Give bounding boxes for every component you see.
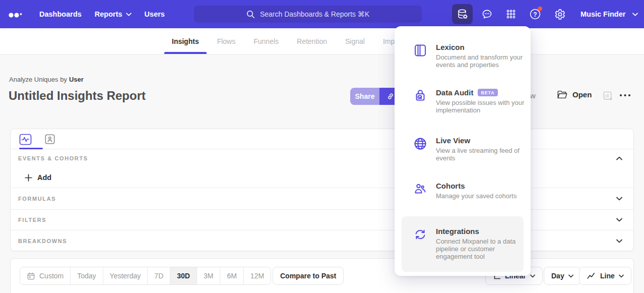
menu-item-cohorts[interactable]: Cohorts Manage your saved cohorts [395, 182, 531, 200]
notification-dot [538, 7, 542, 11]
nav-item-label: Users [145, 10, 165, 18]
board-plus-icon [603, 91, 613, 101]
cohorts-icon [413, 182, 427, 196]
menu-item-lexicon[interactable]: Lexicon Document and transform your even… [395, 43, 531, 69]
lexicon-book-icon [413, 43, 427, 57]
chevron-down-icon[interactable] [616, 239, 622, 243]
chevron-down-icon [619, 274, 624, 278]
menu-item-title: Live View [436, 136, 470, 145]
database-gear-icon [457, 8, 469, 20]
chevron-down-icon[interactable] [616, 197, 622, 201]
report-tabbar: Insights Flows Funnels Retention Signal … [0, 28, 644, 54]
open-report-button[interactable]: Open [557, 90, 592, 99]
project-selector[interactable]: Music Finder [581, 0, 638, 28]
nav-item-dashboards[interactable]: Dashboards [39, 10, 82, 18]
tab-signal[interactable]: Signal [345, 28, 365, 54]
menu-item-title: Data Audit [436, 88, 473, 97]
section-breakdowns[interactable]: BREAKDOWNS [11, 230, 633, 252]
chart-type-label: Line [600, 272, 615, 280]
chevron-down-icon [568, 274, 573, 278]
calendar-icon [27, 272, 35, 280]
range-label: Custom [39, 272, 63, 280]
date-range-control: Custom Today Yesterday 7D 30D 3M 6M 12M [20, 267, 271, 285]
chat-bubble-icon [481, 8, 493, 21]
add-to-dashboard-button[interactable] [603, 91, 613, 101]
menu-item-description: View a live streaming feed of events [436, 147, 525, 162]
search-placeholder: Search Dashboards & Reports ⌘K [260, 10, 369, 18]
range-12m[interactable]: 12M [243, 267, 271, 284]
chevron-down-icon [126, 13, 132, 16]
add-event-button[interactable]: Add [25, 167, 51, 188]
project-name: Music Finder [581, 10, 625, 18]
search-icon [246, 10, 255, 19]
range-7d[interactable]: 7D [147, 267, 170, 284]
data-management-flyout: Lexicon Document and transform your even… [395, 26, 531, 276]
pulse-chart-icon [19, 134, 32, 145]
nav-item-label: Reports [95, 10, 122, 18]
range-30d-selected[interactable]: 30D [170, 267, 197, 284]
menu-item-description: Connect Mixpanel to a data pipeline or c… [436, 238, 525, 260]
svg-text:?: ? [533, 11, 537, 18]
nav-item-users[interactable]: Users [145, 10, 165, 18]
mixpanel-logo[interactable] [8, 9, 26, 20]
chart-type-dropdown[interactable]: Line [579, 267, 631, 285]
section-label: BREAKDOWNS [18, 238, 67, 244]
range-custom[interactable]: Custom [20, 267, 70, 284]
section-formulas[interactable]: FORMULAS [11, 188, 633, 209]
gear-icon [553, 8, 566, 21]
compare-to-past-button[interactable]: Compare to Past [273, 267, 344, 285]
chevron-up-icon[interactable] [616, 156, 622, 160]
top-navigation-bar: Dashboards Reports Users Search Dashboar… [0, 0, 644, 28]
range-3m[interactable]: 3M [197, 267, 220, 284]
menu-item-title: Cohorts [436, 182, 465, 190]
apps-grid-button[interactable] [503, 6, 519, 22]
plus-icon [25, 174, 32, 182]
line-chart-icon [587, 272, 596, 280]
folder-icon [557, 90, 568, 99]
range-today[interactable]: Today [70, 267, 102, 284]
search-input[interactable]: Search Dashboards & Reports ⌘K [194, 6, 422, 23]
tab-flows[interactable]: Flows [217, 28, 236, 54]
section-events-cohorts[interactable]: EVENTS & COHORTS [11, 149, 633, 167]
users-view-tab[interactable] [43, 133, 57, 146]
section-label: EVENTS & COHORTS [18, 155, 88, 161]
subtitle-entity[interactable]: User [69, 76, 84, 83]
beta-badge: BETA [478, 89, 497, 96]
menu-item-live-view[interactable]: Live View View a live streaming feed of … [395, 136, 531, 162]
help-button[interactable]: ? [527, 6, 543, 22]
range-yesterday[interactable]: Yesterday [103, 267, 148, 284]
person-icon [44, 134, 55, 145]
menu-item-description: Manage your saved cohorts [436, 192, 525, 200]
settings-button[interactable] [551, 6, 567, 22]
compare-label: Compare to Past [280, 272, 336, 280]
integrations-sync-icon [413, 227, 427, 242]
data-management-button[interactable] [452, 4, 473, 24]
nav-item-label: Dashboards [39, 10, 82, 18]
tab-retention[interactable]: Retention [297, 28, 327, 54]
nav-item-reports[interactable]: Reports [95, 10, 132, 18]
open-label: Open [572, 90, 592, 99]
menu-item-title: Integrations [436, 227, 479, 236]
share-button[interactable]: Share [350, 88, 379, 105]
section-label: FILTERS [18, 217, 46, 223]
link-icon [386, 92, 395, 101]
tab-funnels[interactable]: Funnels [253, 28, 279, 54]
granularity-label: Day [551, 272, 564, 280]
menu-item-title: Lexicon [436, 43, 465, 51]
events-view-tab[interactable] [18, 133, 32, 146]
menu-item-integrations[interactable]: Integrations Connect Mixpanel to a data … [395, 227, 531, 260]
feedback-chat-button[interactable] [479, 6, 495, 22]
section-filters[interactable]: FILTERS [11, 209, 633, 230]
page-title[interactable]: Untitled Insights Report [9, 89, 146, 103]
menu-item-description: Document and transform your events and p… [436, 53, 525, 69]
tab-insights[interactable]: Insights [172, 28, 199, 54]
subtitle-prefix: Analyze Uniques by [9, 76, 67, 83]
range-6m[interactable]: 6M [220, 267, 243, 284]
menu-item-data-audit[interactable]: Data Audit BETA View possible issues wit… [395, 88, 531, 114]
more-options-button[interactable] [618, 92, 632, 99]
menu-item-description: View possible issues with your implement… [436, 99, 525, 114]
share-button-group: Share [350, 88, 402, 105]
chevron-down-icon[interactable] [616, 218, 622, 222]
report-subtitle: Analyze Uniques byUser [9, 76, 84, 83]
granularity-dropdown[interactable]: Day [544, 267, 581, 285]
